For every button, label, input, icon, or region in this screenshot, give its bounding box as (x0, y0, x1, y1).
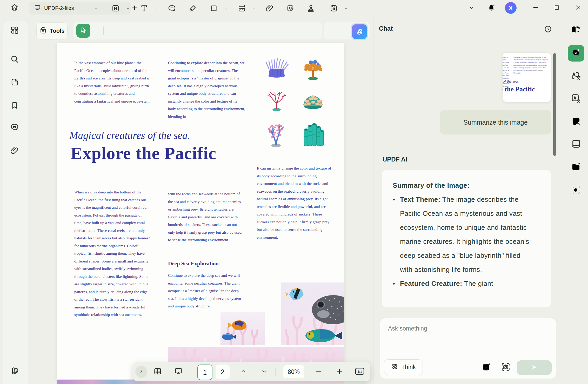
text-tool-button[interactable] (138, 3, 150, 15)
doc-headline-main: Explore the Pacific (71, 143, 216, 163)
ai-assistant-button[interactable] (351, 23, 368, 40)
think-mode-button[interactable]: Think (384, 359, 423, 375)
sidebar-item-search[interactable] (9, 55, 20, 65)
presentation-button[interactable] (172, 366, 184, 378)
chevron-down-icon (468, 4, 475, 12)
image-translate-icon (571, 93, 582, 105)
rail-item-image-translate[interactable] (570, 93, 582, 104)
grid-icon (10, 25, 19, 36)
stamp-tool-button[interactable] (305, 3, 317, 15)
chat-history-button[interactable] (542, 24, 554, 35)
search-doc-icon (571, 185, 582, 197)
actual-size-button[interactable]: 1:1 (354, 366, 366, 378)
screenshot-button[interactable] (500, 362, 511, 373)
sidebar-item-comments[interactable] (9, 123, 20, 133)
page-number-current[interactable]: 1 (197, 365, 212, 380)
monitor-icon (34, 4, 41, 12)
plate-coral-image (297, 86, 329, 112)
measure-tool-dropdown[interactable] (251, 3, 256, 15)
reef-fish-photo (281, 282, 344, 345)
zoom-out-button[interactable] (313, 366, 325, 378)
bullet-dot: • (393, 192, 400, 277)
comment-icon (168, 4, 176, 14)
avatar[interactable]: X (505, 2, 517, 14)
select-tool-dropdown[interactable] (93, 3, 98, 15)
chat-input[interactable] (387, 325, 544, 354)
window-controls-divider (524, 5, 524, 11)
heading-tool-dropdown[interactable] (125, 3, 131, 15)
sidebar-item-apps[interactable] (9, 25, 20, 36)
close-button[interactable] (573, 3, 583, 13)
chat-input-card: Think (380, 318, 556, 379)
doc-paragraph: When we dive deep into the bottom of the… (74, 188, 151, 319)
tools-button[interactable]: Tools (36, 22, 68, 39)
chevron-down-icon (252, 6, 256, 11)
page-number-next[interactable]: 2 (216, 365, 230, 379)
add-image-button[interactable] (481, 362, 492, 373)
heading-icon (111, 4, 120, 14)
chevron-down-icon (344, 6, 348, 11)
right-rail-divider (565, 16, 565, 384)
sidebar-item-bookmarks[interactable] (9, 101, 20, 111)
measure-tool-button[interactable] (236, 3, 248, 15)
paperclip-icon (265, 4, 274, 14)
maximize-icon (553, 4, 560, 12)
history-icon (543, 24, 553, 35)
rail-item-ai-search[interactable] (570, 185, 582, 196)
select-tool-button[interactable] (76, 24, 90, 38)
sidebar-item-pages[interactable] (9, 77, 20, 88)
chat-image-attachment[interactable]: In the vast embrace of our blue planet, … (503, 53, 551, 102)
minimize-button[interactable] (530, 3, 541, 13)
heading-tool-button[interactable] (110, 3, 122, 15)
sticker-tool-button[interactable] (284, 3, 296, 15)
rail-item-ai-chat-active[interactable] (568, 45, 584, 62)
text-icon (140, 4, 149, 14)
send-icon (530, 363, 539, 373)
panel-collapse-button[interactable] (466, 3, 477, 13)
close-icon (575, 4, 582, 12)
bell-icon (487, 4, 495, 12)
ai-sender-name: UPDF AI (383, 156, 407, 163)
toolbar-expand-button[interactable] (135, 366, 147, 378)
attach-tool-button[interactable] (264, 3, 276, 15)
save-button[interactable] (328, 3, 340, 15)
ai-summary-card: Summary of the Image: • Text Theme: The … (382, 170, 551, 307)
pen-tool-button[interactable] (187, 3, 199, 15)
rail-item-folder-ai[interactable] (570, 161, 582, 173)
image-sparkle-icon (482, 362, 491, 373)
maximize-button[interactable] (552, 3, 562, 13)
sidebar-item-home[interactable] (9, 3, 20, 13)
updf-window: UPDF-2-files X (0, 0, 588, 384)
sidebar-item-themes[interactable] (9, 366, 20, 376)
chat-panel-title: Chat (379, 25, 393, 32)
book-sparkle-icon (571, 24, 582, 36)
rail-item-summarize[interactable] (570, 116, 582, 127)
next-page-button[interactable] (258, 366, 270, 378)
save-dropdown[interactable] (343, 3, 349, 15)
rail-item-translate[interactable] (570, 70, 582, 82)
zoom-level[interactable]: 80% (283, 365, 304, 378)
sidebar-item-attachments[interactable] (9, 146, 20, 156)
home-icon (10, 3, 19, 13)
attachment-icon (10, 146, 19, 156)
new-tab-button[interactable] (130, 4, 139, 12)
text-tool-dropdown[interactable] (153, 3, 159, 15)
document-icon (10, 78, 19, 87)
notifications-button[interactable] (486, 3, 497, 13)
zoom-in-button[interactable] (333, 366, 345, 378)
think-label: Think (401, 364, 416, 371)
chat-scrollbar[interactable] (553, 53, 556, 156)
doc-paragraph: It can instantly change the color and te… (257, 165, 334, 241)
shape-tool-button[interactable] (208, 3, 220, 15)
page-layout-button[interactable] (152, 366, 164, 378)
previous-page-button[interactable] (237, 366, 249, 378)
rail-item-reader-ai[interactable] (570, 24, 582, 36)
tools-label: Tools (50, 28, 64, 34)
shape-tool-dropdown[interactable] (223, 3, 228, 15)
summary-bullet: • Featured Creature: The giant (393, 277, 551, 291)
comment-tool-button[interactable] (166, 3, 178, 15)
plus-icon (131, 4, 138, 12)
send-button[interactable] (517, 360, 552, 375)
left-sidebar (0, 0, 28, 384)
rail-item-notebook[interactable] (570, 139, 582, 150)
